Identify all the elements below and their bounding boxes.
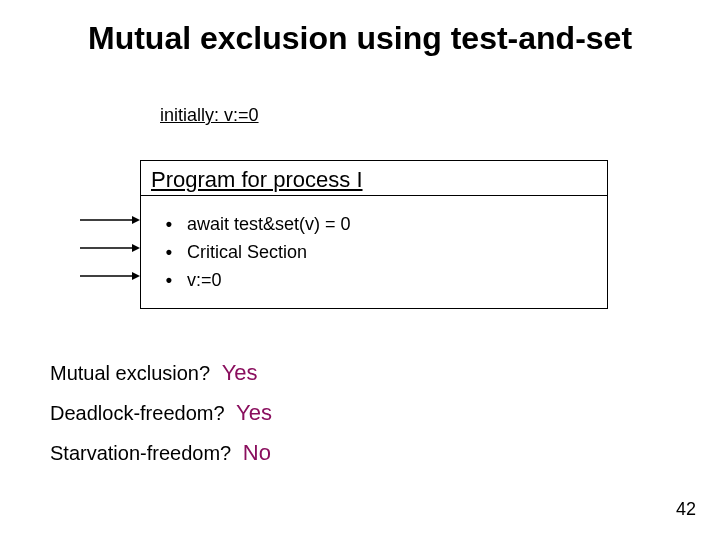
svg-marker-3 bbox=[132, 244, 140, 252]
program-body: • await test&set(v) = 0 • Critical Secti… bbox=[141, 196, 607, 308]
bullet-text: await test&set(v) = 0 bbox=[187, 210, 597, 238]
bullet-dot-icon: • bbox=[151, 210, 187, 238]
qa-question: Starvation-freedom? bbox=[50, 442, 231, 464]
qa-answer: Yes bbox=[236, 400, 272, 425]
qa-answer: No bbox=[243, 440, 271, 465]
program-box: Program for process I • await test&set(v… bbox=[140, 160, 608, 309]
slide: Mutual exclusion using test-and-set init… bbox=[0, 0, 720, 540]
bullet-text: Critical Section bbox=[187, 238, 597, 266]
svg-marker-1 bbox=[132, 216, 140, 224]
bullet-row: • v:=0 bbox=[151, 266, 597, 294]
qa-row: Deadlock-freedom? Yes bbox=[50, 400, 272, 426]
bullet-dot-icon: • bbox=[151, 238, 187, 266]
bullet-text: v:=0 bbox=[187, 266, 597, 294]
slide-title: Mutual exclusion using test-and-set bbox=[0, 20, 720, 57]
qa-answer: Yes bbox=[222, 360, 258, 385]
qa-row: Starvation-freedom? No bbox=[50, 440, 271, 466]
bullet-row: • Critical Section bbox=[151, 238, 597, 266]
qa-row: Mutual exclusion? Yes bbox=[50, 360, 258, 386]
arrow-icon bbox=[80, 243, 140, 253]
qa-question: Mutual exclusion? bbox=[50, 362, 210, 384]
bullet-row: • await test&set(v) = 0 bbox=[151, 210, 597, 238]
initial-condition: initially: v:=0 bbox=[160, 105, 259, 126]
qa-question: Deadlock-freedom? bbox=[50, 402, 225, 424]
arrow-icon bbox=[80, 271, 140, 281]
svg-marker-5 bbox=[132, 272, 140, 280]
bullet-dot-icon: • bbox=[151, 266, 187, 294]
page-number: 42 bbox=[676, 499, 696, 520]
program-heading: Program for process I bbox=[141, 161, 607, 196]
arrow-icon bbox=[80, 215, 140, 225]
